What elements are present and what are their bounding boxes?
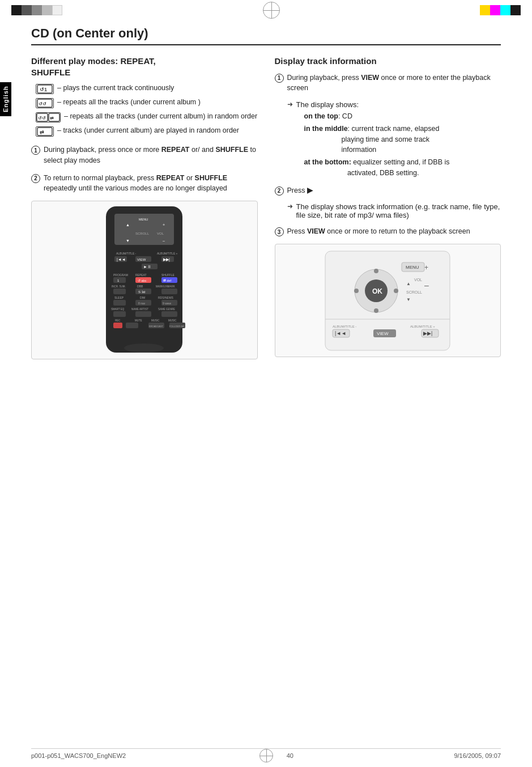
svg-text:DBB: DBB [137, 285, 143, 288]
svg-point-70 [124, 344, 164, 353]
arrow-symbol-2: ➜ [287, 202, 293, 210]
two-column-layout: Different play modes: REPEAT,SHUFFLE ↺1 … [31, 56, 501, 359]
svg-text:▼: ▼ [406, 297, 411, 302]
right-num-circle-2: 2 [275, 187, 284, 196]
svg-text:INCR. SUM.: INCR. SUM. [112, 285, 126, 288]
svg-text:BROADCAST: BROADCAST [149, 325, 163, 328]
svg-text:↺1: ↺1 [40, 87, 47, 92]
top-bar [0, 0, 532, 20]
in-middle-line: in the middle: current track name, elaps… [304, 124, 501, 155]
registration-mark-bottom [259, 749, 273, 762]
color-sq-yellow [480, 5, 490, 15]
color-squares-left [11, 5, 62, 15]
num-circle-2: 2 [31, 174, 40, 183]
svg-text:FOLLOWS ME: FOLLOWS ME [169, 325, 185, 328]
svg-text:▼: ▼ [126, 239, 130, 243]
repeat-shuffle-desc: – repeats all the tracks (under current … [64, 112, 257, 122]
right-num-2-text: Press ▶ [287, 185, 313, 196]
language-tab: English [0, 82, 11, 116]
svg-text:ALBUM/TITLE -: ALBUM/TITLE - [333, 325, 356, 328]
svg-text:▶▶|: ▶▶| [163, 257, 170, 262]
svg-text:▲: ▲ [406, 281, 411, 286]
svg-rect-42 [113, 289, 126, 294]
shuffle-desc: – tracks (under current album) are playe… [57, 126, 239, 136]
svg-text:+: + [163, 223, 165, 227]
color-sq-magenta [490, 5, 500, 15]
svg-text:REC: REC [115, 319, 121, 322]
svg-text:VOL: VOL [157, 232, 164, 235]
on-top-line: on the top: CD [304, 111, 501, 122]
icon-row-shuffle: ⇄ – tracks (under current album) are pla… [36, 126, 258, 137]
svg-rect-49 [113, 300, 126, 306]
right-num-1-text: During playback, press VIEW once or more… [287, 73, 501, 94]
svg-text:+: + [424, 264, 428, 272]
svg-text:NAME ARTIST: NAME ARTIST [131, 308, 148, 311]
svg-text:RDS/NEWS: RDS/NEWS [158, 296, 174, 299]
num-circle-1: 1 [31, 146, 40, 155]
svg-rect-58 [135, 311, 151, 317]
svg-rect-64 [113, 323, 122, 328]
color-sq-black2 [510, 5, 521, 15]
svg-text:S 3d: S 3d [138, 290, 145, 294]
footer-right: 9/16/2005, 09:07 [454, 752, 501, 759]
svg-text:|◄◄: |◄◄ [117, 257, 126, 262]
svg-text:MUTE: MUTE [135, 319, 142, 322]
svg-text:↺↺: ↺↺ [39, 101, 46, 107]
right-section-heading: Display track information [275, 56, 501, 67]
right-num-item-2: 2 Press ▶ ➜ The display shows track info… [275, 185, 501, 220]
right-column: Display track information 1 During playb… [275, 56, 501, 359]
svg-text:PROGRAM: PROGRAM [113, 273, 128, 277]
svg-text:SAME GENRE: SAME GENRE [158, 308, 175, 311]
svg-text:DIM: DIM [140, 296, 145, 299]
svg-point-78 [394, 289, 398, 293]
remote-control-image-right: OK MENU + – ▲ SCROLL ▼ [275, 244, 501, 357]
display-shows-text: The display shows: [296, 100, 359, 109]
color-sq-gray [32, 5, 42, 15]
svg-point-76 [374, 308, 378, 313]
left-num-2-text: To return to normal playback, press REPE… [44, 173, 258, 194]
svg-text:ALBUM/TITLE +: ALBUM/TITLE + [410, 325, 435, 328]
svg-text:VIEW: VIEW [377, 331, 389, 336]
svg-text:OK: OK [372, 287, 382, 295]
left-section-heading: Different play modes: REPEAT,SHUFFLE [31, 56, 258, 78]
svg-text:MENU: MENU [406, 265, 419, 270]
svg-rect-33 [113, 277, 126, 283]
color-sq-black [11, 5, 22, 15]
svg-text:–: – [163, 239, 165, 243]
svg-text:MUSIC: MUSIC [151, 319, 160, 322]
svg-point-77 [354, 289, 359, 293]
left-num-1-text: During playback, press once or more REPE… [44, 145, 258, 166]
right-num-3-text: Press VIEW once or more to return to the… [287, 226, 470, 237]
left-num-item-1: 1 During playback, press once or more RE… [31, 145, 258, 166]
svg-text:9 www: 9 www [163, 302, 171, 305]
svg-text:▶▶|: ▶▶| [423, 330, 432, 336]
remote-svg-right: OK MENU + – ▲ SCROLL ▼ [322, 248, 453, 353]
svg-text:MENU: MENU [139, 218, 148, 221]
svg-text:VOL: VOL [414, 278, 422, 282]
svg-text:► II: ► II [143, 265, 151, 269]
arrow-item-display: ➜ The display shows: [287, 100, 501, 109]
shuffle-icon: ⇄ [36, 126, 54, 137]
svg-text:↺↺: ↺↺ [38, 116, 46, 121]
color-sq-cyan [500, 5, 510, 15]
svg-point-75 [374, 269, 378, 273]
repeat1-icon: ↺1 [36, 84, 54, 94]
svg-text:MUSIC: MUSIC [168, 319, 177, 322]
footer-center-page-num: 40 [287, 752, 293, 759]
color-sq-lightgray [42, 5, 52, 15]
svg-text:⇄: ⇄ [50, 116, 54, 121]
left-num-item-2: 2 To return to normal playback, press RE… [31, 173, 258, 194]
footer-left: p001-p051_WACS700_EngNEW2 [31, 752, 126, 759]
icon-row-repeat-all: ↺↺ – repeats all the tracks (under curre… [36, 98, 258, 108]
svg-text:SHUFFLE: SHUFFLE [161, 273, 175, 277]
at-bottom-line: at the bottom: equalizer setting and, if… [304, 157, 501, 179]
repeat-all-desc: – repeats all the tracks (under current … [57, 98, 201, 108]
svg-text:↺ abc: ↺ abc [138, 279, 147, 282]
icon-row-repeat-shuffle: ↺↺ ⇄ – repeats all the tracks (under cur… [36, 112, 258, 122]
color-sq-darkgray [22, 5, 32, 15]
right-num-item-3: 3 Press VIEW once or more to return to t… [275, 226, 501, 237]
right-num-circle-3: 3 [275, 227, 284, 236]
left-column: Different play modes: REPEAT,SHUFFLE ↺1 … [31, 56, 258, 359]
page-content: CD (on Center only) Different play modes… [0, 20, 532, 376]
svg-text:REPEAT: REPEAT [135, 273, 147, 277]
